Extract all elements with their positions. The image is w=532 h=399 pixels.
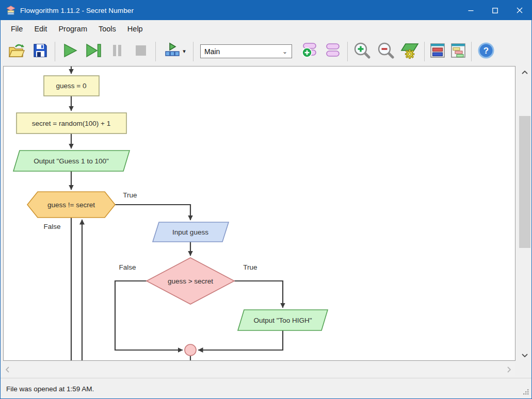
source-viewer-button[interactable] xyxy=(448,40,469,63)
toolbar-separator xyxy=(55,42,55,61)
add-function-button[interactable] xyxy=(297,40,321,63)
pause-icon xyxy=(109,42,125,61)
toolbar-separator xyxy=(155,42,156,61)
open-folder-icon xyxy=(8,42,25,61)
toolbar: ▾ Main ⌄ xyxy=(1,37,531,65)
node-label: Output "Guess 1 to 100" xyxy=(34,157,109,165)
chevron-left-icon xyxy=(6,367,9,373)
scroll-down-button[interactable] xyxy=(518,350,531,360)
stop-button[interactable] xyxy=(129,40,153,63)
toolbar-separator xyxy=(471,42,472,61)
pause-button[interactable] xyxy=(105,40,129,63)
status-bar: File was opened at 1:59 AM. xyxy=(1,378,531,399)
menu-tools[interactable]: Tools xyxy=(93,22,122,36)
chevron-down-icon xyxy=(522,354,528,357)
minimize-button[interactable] xyxy=(459,1,483,20)
horizontal-scrollbar[interactable] xyxy=(1,362,515,377)
run-speed-icon xyxy=(163,42,182,61)
zoom-out-icon xyxy=(377,42,395,61)
branch-label-while-false: False xyxy=(43,223,60,230)
open-button[interactable] xyxy=(5,40,28,63)
node-label: Output "Too HIGH" xyxy=(253,317,312,324)
status-message: File was opened at 1:59 AM. xyxy=(6,385,94,393)
zoom-in-icon xyxy=(353,42,371,61)
chevron-down-icon: ⌄ xyxy=(282,48,287,55)
watch-window-icon xyxy=(429,42,446,61)
node-label: guess != secret xyxy=(47,201,95,209)
resize-grip[interactable] xyxy=(522,388,529,397)
close-icon xyxy=(517,7,523,13)
node-label: guess > secret xyxy=(168,277,213,285)
help-button[interactable]: ? xyxy=(474,40,498,63)
run-play-icon xyxy=(61,42,78,61)
zoom-in-button[interactable] xyxy=(350,40,374,63)
connector-if-true[interactable] xyxy=(234,281,283,308)
manage-functions-button[interactable] xyxy=(321,40,345,63)
chevron-up-icon xyxy=(522,71,528,74)
toolbar-separator xyxy=(193,42,194,61)
program-options-button[interactable] xyxy=(398,40,422,63)
menu-edit[interactable]: Edit xyxy=(28,22,53,36)
flowgorithm-logo-icon xyxy=(6,6,15,15)
scroll-left-button[interactable] xyxy=(2,362,13,377)
window-title: Flowgorithm 1.11.2 - Secret Number xyxy=(20,7,134,14)
flowchart-canvas[interactable]: guess = 0 secret = random(100) + 1 Outpu… xyxy=(3,66,515,361)
zoom-out-button[interactable] xyxy=(374,40,398,63)
function-selector-value: Main xyxy=(204,47,220,56)
menu-help[interactable]: Help xyxy=(122,22,149,36)
maximize-button[interactable] xyxy=(483,1,507,20)
close-button[interactable] xyxy=(507,1,531,20)
scroll-up-button[interactable] xyxy=(518,67,531,77)
step-button[interactable] xyxy=(82,40,105,63)
node-label: Input guess xyxy=(172,228,208,236)
run-speed-dropdown-button[interactable]: ▾ xyxy=(158,40,190,63)
chevron-right-icon xyxy=(507,367,511,373)
branch-label-if-true: True xyxy=(243,263,257,271)
minimize-icon xyxy=(468,8,474,13)
source-window-icon xyxy=(449,42,467,61)
add-function-icon xyxy=(300,42,318,61)
dropdown-caret-icon: ▾ xyxy=(183,48,186,55)
help-icon: ? xyxy=(477,42,495,61)
program-options-icon xyxy=(400,42,419,61)
variable-watch-button[interactable] xyxy=(427,40,448,63)
title-bar[interactable]: Flowgorithm 1.11.2 - Secret Number xyxy=(1,1,531,20)
menu-program[interactable]: Program xyxy=(53,22,93,36)
svg-text:?: ? xyxy=(483,46,489,56)
connector-while-true[interactable] xyxy=(115,205,190,220)
node-merge-connector[interactable] xyxy=(185,344,196,356)
save-disk-icon xyxy=(32,42,49,61)
step-forward-icon xyxy=(84,42,103,61)
vertical-scroll-thumb[interactable] xyxy=(519,116,530,248)
toolbar-separator xyxy=(424,42,425,61)
save-button[interactable] xyxy=(28,40,52,63)
function-selector[interactable]: Main ⌄ xyxy=(200,44,292,58)
menu-file[interactable]: File xyxy=(5,22,28,36)
node-label: secret = random(100) + 1 xyxy=(32,120,110,127)
branch-label-while-true: True xyxy=(123,191,137,199)
toolbar-separator xyxy=(347,42,348,61)
branch-label-if-false: False xyxy=(119,263,136,271)
scroll-right-button[interactable] xyxy=(503,362,514,377)
maximize-icon xyxy=(492,8,498,13)
functions-icon xyxy=(324,42,342,61)
connector[interactable] xyxy=(198,330,283,350)
menu-bar: File Edit Program Tools Help xyxy=(1,20,531,37)
vertical-scrollbar[interactable] xyxy=(518,66,531,361)
flowgorithm-window: Flowgorithm 1.11.2 - Secret Number File … xyxy=(0,0,532,399)
stop-icon xyxy=(133,42,149,61)
node-label: guess = 0 xyxy=(56,82,87,90)
run-button[interactable] xyxy=(58,40,82,63)
